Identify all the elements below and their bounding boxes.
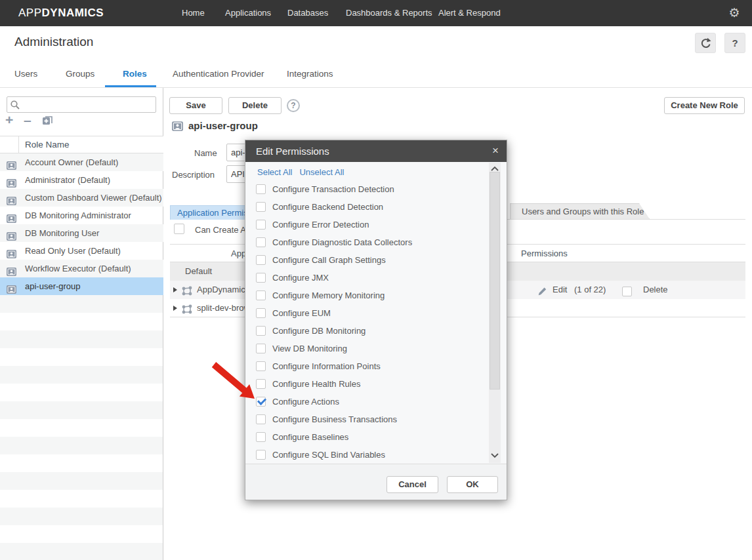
can-create-applications-checkbox[interactable] [174, 224, 184, 234]
refresh-icon [699, 37, 712, 50]
permission-checkbox[interactable] [256, 344, 266, 353]
description-field-label: Description [172, 170, 215, 180]
bulk-select-links: Select AllUnselect All [257, 167, 344, 177]
top-navbar: APPDYNAMICS Home Applications Databases … [0, 0, 752, 26]
nav-item-databases[interactable]: Databases [287, 0, 328, 26]
empty-row-stripes [0, 295, 163, 560]
delete-permission-label: Delete [643, 281, 668, 299]
unselect-all-link[interactable]: Unselect All [299, 167, 344, 177]
brand-suffix: DYNAMICS [42, 7, 104, 19]
permission-checkbox[interactable] [256, 326, 266, 336]
search-icon [10, 100, 20, 113]
refresh-button[interactable] [695, 33, 716, 53]
scrollbar-thumb[interactable] [490, 172, 500, 390]
tab-authentication-provider[interactable]: Authentication Provider [173, 67, 264, 85]
permission-row: Configure JMX [256, 269, 329, 287]
role-name-column-header: Role Name [25, 140, 70, 150]
create-new-role-button[interactable]: Create New Role [664, 97, 745, 114]
permission-checkbox[interactable] [256, 202, 266, 212]
permission-row: Configure Backend Detection [256, 198, 383, 216]
remove-role-icon[interactable]: – [24, 112, 31, 128]
select-all-link[interactable]: Select All [257, 167, 292, 177]
ok-button[interactable]: OK [447, 476, 498, 493]
permission-row: Configure Call Graph Settings [256, 251, 386, 269]
close-icon[interactable]: × [492, 140, 499, 161]
administration-page: APPDYNAMICS Home Applications Databases … [0, 0, 752, 560]
add-role-icon[interactable]: + [5, 112, 13, 128]
permission-checkbox[interactable] [256, 397, 266, 407]
roles-sidebar: + – Role Name Account Owner (Default) Ad… [0, 88, 163, 560]
permission-row: Configure Transaction Detection [256, 180, 394, 198]
role-search-box [7, 96, 156, 113]
delete-permission-checkbox[interactable] [622, 287, 632, 296]
role-detail-title: api-user-group [188, 120, 258, 131]
nav-item-applications[interactable]: Applications [225, 0, 271, 26]
tab-users-groups-with-role[interactable]: Users and Groups with this Role [510, 203, 650, 219]
applications-column-header: App [231, 249, 246, 258]
permission-checkbox[interactable] [256, 450, 266, 460]
duplicate-role-icon[interactable] [42, 115, 53, 129]
dialog-scrollbar[interactable] [489, 163, 501, 463]
tab-integrations[interactable]: Integrations [287, 67, 333, 85]
expand-triangle-icon[interactable] [173, 306, 177, 311]
role-row-account-owner[interactable]: Account Owner (Default) [0, 153, 163, 171]
application-topology-icon [181, 303, 193, 321]
permission-checkbox[interactable] [256, 273, 266, 283]
permission-checkbox[interactable] [256, 361, 266, 371]
dialog-header[interactable]: Edit Permissions × [245, 140, 507, 162]
help-button[interactable]: ? [724, 33, 745, 53]
edit-permissions-link[interactable]: Edit [553, 281, 567, 299]
permission-checkbox[interactable] [256, 308, 266, 318]
nav-item-dashboards-reports[interactable]: Dashboards & Reports [346, 0, 432, 26]
permission-row: Configure Health Rules [256, 375, 360, 393]
permissions-count: (1 of 22) [574, 281, 606, 299]
permission-row: Configure Business Transactions [256, 410, 397, 428]
brand-prefix: APP [18, 7, 42, 19]
permission-checkbox[interactable] [256, 237, 266, 247]
permissions-cell: Edit (1 of 22) Delete [507, 281, 745, 299]
appdynamics-logo[interactable]: APPDYNAMICS [18, 0, 104, 26]
dialog-footer: Cancel OK [245, 464, 507, 500]
role-row-db-monitoring-user[interactable]: DB Monitoring User [0, 224, 163, 242]
name-field-label: Name [194, 148, 217, 158]
page-title: Administration [14, 35, 93, 49]
permission-row: Configure Information Points [256, 357, 381, 375]
nav-item-alert-respond[interactable]: Alert & Respond [438, 0, 501, 26]
role-row-workflow-executor[interactable]: Workflow Executor (Default) [0, 260, 163, 277]
permission-checkbox[interactable] [256, 255, 266, 265]
permission-row: Configure Diagnostic Data Collectors [256, 233, 412, 251]
role-list-tools: + – [5, 114, 84, 129]
expand-triangle-icon[interactable] [173, 287, 177, 292]
contextual-help-icon[interactable]: ? [287, 99, 300, 112]
tab-groups[interactable]: Groups [66, 67, 94, 85]
role-list-header: Role Name [0, 136, 163, 153]
permission-checkbox[interactable] [256, 432, 266, 442]
cancel-button[interactable]: Cancel [386, 476, 438, 493]
permission-checkbox[interactable] [256, 290, 266, 300]
permission-checkbox[interactable] [256, 184, 266, 194]
search-input[interactable] [23, 98, 154, 111]
gear-icon[interactable]: ⚙ [727, 6, 742, 20]
permission-row: Configure Error Detection [256, 216, 369, 233]
permission-row: Configure Memory Monitoring [256, 287, 385, 304]
permissions-column-header: Permissions [521, 249, 568, 258]
role-row-api-user-group[interactable]: api-user-group [0, 277, 163, 295]
permission-row: View DB Monitoring [256, 340, 347, 357]
role-row-administrator[interactable]: Administrator (Default) [0, 171, 163, 189]
tab-roles[interactable]: Roles [123, 67, 147, 85]
permission-checkbox[interactable] [256, 414, 266, 424]
scroll-down-icon[interactable] [490, 450, 499, 462]
role-row-db-monitoring-administrator[interactable]: DB Monitoring Administrator [0, 207, 163, 224]
save-button[interactable]: Save [169, 97, 222, 114]
permission-row: Configure Baselines [256, 428, 348, 446]
permission-checkbox[interactable] [256, 220, 266, 230]
permission-row: Configure EUM [256, 304, 331, 322]
permission-checkbox[interactable] [256, 379, 266, 389]
nav-item-home[interactable]: Home [182, 0, 205, 26]
permission-row-configure-actions: Configure Actions [256, 393, 339, 410]
role-row-read-only-user[interactable]: Read Only User (Default) [0, 242, 163, 260]
dialog-title: Edit Permissions [256, 140, 329, 162]
tab-users[interactable]: Users [14, 67, 37, 85]
role-row-custom-dashboard-viewer[interactable]: Custom Dashboard Viewer (Default) [0, 189, 163, 207]
delete-button[interactable]: Delete [228, 97, 282, 114]
